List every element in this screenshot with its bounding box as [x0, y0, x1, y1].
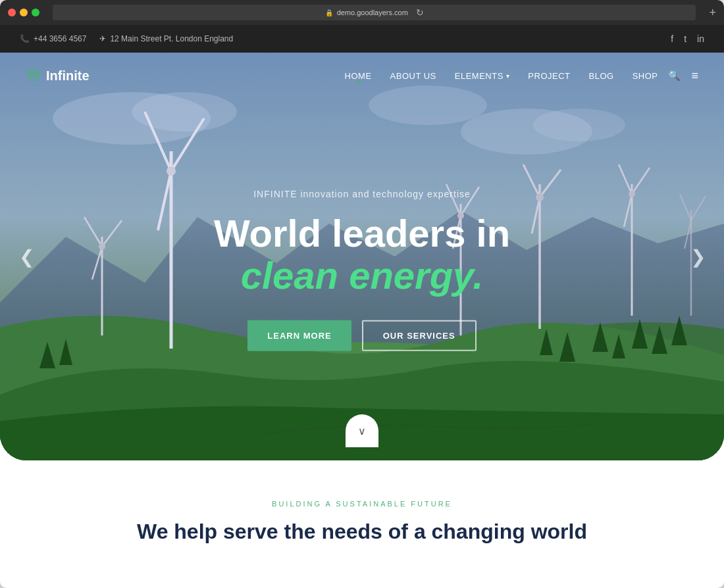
traffic-lights [8, 9, 39, 16]
nav-project[interactable]: PROJECT [528, 71, 570, 81]
location-icon: ✈ [99, 34, 106, 43]
hero-buttons: LEARN MORE OUR SERVICES [132, 320, 592, 351]
learn-more-button[interactable]: LEARN MORE [247, 320, 351, 351]
carousel-next-button[interactable]: ❯ [685, 243, 711, 270]
nav-shop[interactable]: SHOP [633, 71, 658, 81]
hero-title: World leaders in clean energy. [132, 212, 592, 297]
section-tag: BUILDING A SUSTAINABLE FUTURE [26, 500, 698, 508]
hero-content: INFINITE innovation and technology exper… [132, 189, 592, 351]
facebook-icon[interactable]: f [671, 34, 673, 44]
top-bar-left: 📞 +44 3656 4567 ✈ 12 Main Street Pt. Lon… [20, 34, 658, 43]
search-icon[interactable]: 🔍 [668, 70, 681, 82]
reload-button[interactable]: ↻ [416, 7, 424, 18]
svg-point-37 [629, 191, 635, 197]
svg-point-27 [99, 243, 105, 250]
hero-title-line1: World leaders in [214, 212, 510, 255]
new-tab-button[interactable]: + [709, 6, 716, 20]
section-title: We help serve the needs of a changing wo… [26, 518, 698, 546]
minimize-button[interactable] [20, 9, 28, 16]
svg-point-22 [167, 166, 176, 176]
hero-subtitle: INFINITE innovation and technology exper… [132, 189, 592, 199]
nav-about[interactable]: ABOUT US [390, 71, 436, 81]
logo-icon: ♾ [26, 66, 41, 85]
phone-info: 📞 +44 3656 4567 [20, 34, 86, 43]
scroll-down-button[interactable]: ∨ [346, 414, 378, 447]
phone-icon: 📞 [20, 34, 30, 43]
browser-window: 🔒 demo.goodlayers.com ↻ + 📞 +44 3656 456… [0, 0, 724, 588]
nav-home[interactable]: HOME [345, 71, 372, 81]
hero-title-line2: clean energy. [241, 254, 484, 297]
browser-chrome: 🔒 demo.goodlayers.com ↻ + [0, 0, 724, 25]
chevron-down-icon: ∨ [358, 425, 366, 437]
nav-elements[interactable]: ELEMENTS ▾ [455, 71, 510, 81]
our-services-button[interactable]: OUR SERVICES [362, 320, 477, 351]
url-text: demo.goodlayers.com [337, 9, 408, 16]
address-info: ✈ 12 Main Street Pt. London England [99, 34, 233, 43]
carousel-prev-button[interactable]: ❮ [13, 243, 39, 270]
logo-text: Infinite [46, 68, 90, 84]
maximize-button[interactable] [32, 9, 39, 16]
phone-number: +44 3656 4567 [34, 34, 86, 43]
logo[interactable]: ♾ Infinite [26, 66, 90, 85]
hero-section: ♾ Infinite HOME ABOUT US ELEMENTS ▾ PRO [0, 53, 724, 460]
instagram-icon[interactable]: in [697, 34, 704, 44]
lock-icon: 🔒 [325, 9, 333, 16]
top-bar-right: f t in [671, 34, 704, 44]
nav-links: HOME ABOUT US ELEMENTS ▾ PROJECT BLOG [345, 70, 658, 82]
address-text: 12 Main Street Pt. London England [110, 34, 233, 43]
menu-icon[interactable]: ≡ [691, 69, 698, 83]
twitter-icon[interactable]: t [684, 34, 686, 44]
address-bar[interactable]: 🔒 demo.goodlayers.com ↻ [53, 5, 696, 20]
close-button[interactable] [8, 9, 16, 16]
nav-icons: 🔍 ≡ [668, 69, 698, 83]
bottom-section: BUILDING A SUSTAINABLE FUTURE We help se… [0, 460, 724, 572]
navbar: ♾ Infinite HOME ABOUT US ELEMENTS ▾ PRO [0, 53, 724, 99]
dropdown-arrow-icon: ▾ [506, 72, 510, 80]
svg-point-4 [533, 109, 625, 141]
nav-blog[interactable]: BLOG [589, 71, 614, 81]
top-bar: 📞 +44 3656 4567 ✈ 12 Main Street Pt. Lon… [0, 25, 724, 53]
